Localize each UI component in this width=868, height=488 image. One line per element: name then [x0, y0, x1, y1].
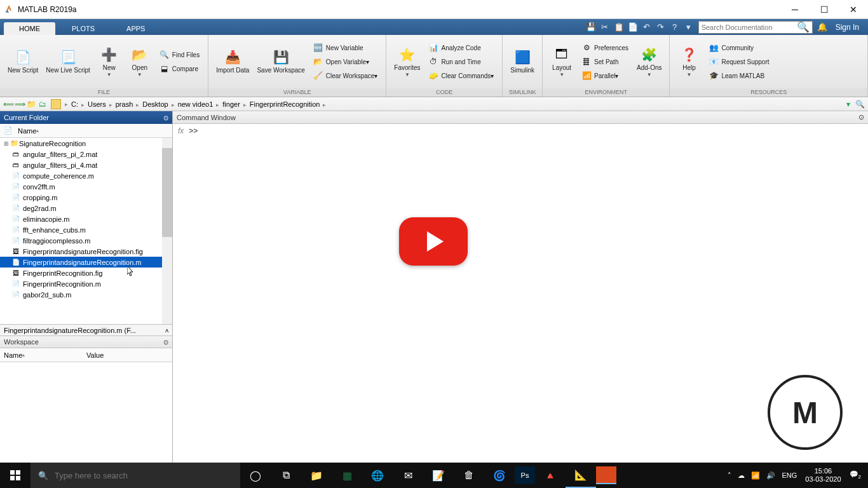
- doc-search[interactable]: 🔍: [698, 21, 813, 34]
- new-script-button[interactable]: 📄New Script: [4, 46, 42, 77]
- request-support-button[interactable]: 📧Request Support: [707, 55, 771, 68]
- current-folder-header[interactable]: Current Folder ⊙: [0, 111, 172, 124]
- file-detail-bar[interactable]: FingerprintandsignatureRecognition.m (F.…: [0, 324, 172, 336]
- learn-matlab-button[interactable]: 🎓Learn MATLAB: [707, 69, 771, 82]
- file-row[interactable]: 🗃angular_filters_pi_2.mat: [0, 149, 172, 159]
- file-row[interactable]: 📄FingerprintRecognition.m: [0, 278, 172, 289]
- chevron-up-icon[interactable]: ʌ: [165, 327, 168, 334]
- paste-icon[interactable]: 📄: [626, 20, 640, 34]
- workspace-columns[interactable]: Name ▴ Value: [0, 348, 172, 362]
- command-window-body[interactable]: fx>>: [173, 124, 868, 463]
- workspace-body[interactable]: [0, 362, 172, 463]
- tab-home[interactable]: HOME: [4, 22, 55, 35]
- redo-icon[interactable]: ↷: [654, 20, 668, 34]
- tab-plots[interactable]: PLOTS: [57, 22, 110, 35]
- favorites-button[interactable]: ⭐Favorites▼: [390, 44, 424, 80]
- new-variable-button[interactable]: 🆕New Variable: [311, 41, 380, 54]
- file-row[interactable]: 📄conv2fft.m: [0, 181, 172, 192]
- task-view-icon[interactable]: ⧉: [271, 463, 301, 488]
- file-row[interactable]: 🖼FingerprintRecognition.fig: [0, 268, 172, 278]
- set-path-button[interactable]: 🛤Set Path: [580, 55, 630, 68]
- new-live-script-button[interactable]: 📃New Live Script: [42, 46, 93, 77]
- scrollbar-thumb[interactable]: [162, 148, 172, 237]
- nav-back-icon[interactable]: ⟸: [3, 98, 14, 110]
- file-explorer-icon[interactable]: 📁: [301, 463, 332, 488]
- file-row[interactable]: 📄FingerprintandsignatureRecognition.m: [0, 257, 172, 268]
- search-icon[interactable]: 🔍: [797, 21, 810, 33]
- clear-commands-button[interactable]: 🧽Clear Commands ▾: [426, 69, 496, 82]
- nav-up-icon[interactable]: 📁: [25, 98, 37, 110]
- fx-icon[interactable]: fx: [178, 126, 184, 135]
- layout-button[interactable]: 🗔Layout▼: [546, 44, 577, 80]
- file-row[interactable]: 📄eliminacopie.m: [0, 214, 172, 224]
- save-workspace-button[interactable]: 💾Save Workspace: [253, 46, 308, 77]
- breadcrumb-item[interactable]: C:: [69, 100, 80, 108]
- doc-search-input[interactable]: [702, 24, 797, 31]
- simulink-button[interactable]: 🟦Simulink: [506, 46, 538, 77]
- compare-button[interactable]: ⬓Compare: [158, 62, 201, 75]
- maximize-button[interactable]: ☐: [810, 0, 839, 19]
- nav-forward-icon[interactable]: ⟹: [14, 98, 25, 110]
- bell-icon[interactable]: 🔔: [815, 20, 829, 34]
- workspace-header[interactable]: Workspace ⊙: [0, 336, 172, 348]
- cut-icon[interactable]: ✂: [598, 20, 612, 34]
- notifications-icon[interactable]: 💬2: [846, 470, 864, 480]
- scrollbar-track[interactable]: [162, 138, 172, 324]
- recorder-icon[interactable]: [596, 466, 616, 484]
- close-button[interactable]: ✕: [839, 0, 868, 19]
- chevron-down-icon[interactable]: ▾: [682, 20, 696, 34]
- panel-options-icon[interactable]: ⊙: [163, 114, 168, 121]
- address-search-icon[interactable]: 🔍: [854, 98, 865, 110]
- breadcrumb-item[interactable]: FingerprintRecognition: [248, 100, 322, 108]
- undo-icon[interactable]: ↶: [640, 20, 654, 34]
- copy-icon[interactable]: 📋: [612, 20, 626, 34]
- help-button[interactable]: ❓Help▼: [674, 44, 704, 80]
- start-button[interactable]: [0, 463, 31, 488]
- file-row[interactable]: 📄cropping.m: [0, 192, 172, 203]
- onedrive-icon[interactable]: ☁: [735, 471, 748, 480]
- app-icon[interactable]: 🌀: [484, 463, 515, 488]
- file-list-header[interactable]: 📄 Name ▴: [0, 124, 172, 138]
- address-dropdown-icon[interactable]: ▾: [843, 98, 854, 110]
- parallel-button[interactable]: 📶Parallel ▾: [580, 69, 630, 82]
- breadcrumb-item[interactable]: prash: [114, 100, 135, 108]
- new-button[interactable]: ➕New▼: [94, 44, 125, 80]
- file-row[interactable]: 📄gabor2d_sub.m: [0, 289, 172, 300]
- minimize-button[interactable]: ─: [780, 0, 810, 19]
- file-row[interactable]: 📄fft_enhance_cubs.m: [0, 224, 172, 235]
- volume-icon[interactable]: 🔊: [763, 471, 778, 480]
- file-row[interactable]: 🗃angular_filters_pi_4.mat: [0, 159, 172, 170]
- file-list[interactable]: ⊞📁SignatureRecognition🗃angular_filters_p…: [0, 138, 172, 324]
- tab-apps[interactable]: APPS: [111, 22, 160, 35]
- matlab-taskbar-icon[interactable]: 📐: [566, 463, 596, 488]
- breadcrumb[interactable]: C:▸Users▸prash▸Desktop▸new video1▸finger…: [69, 100, 327, 108]
- analyze-code-button[interactable]: 📊Analyze Code: [426, 41, 496, 54]
- tray-chevron-icon[interactable]: ˄: [724, 471, 735, 480]
- preferences-button[interactable]: ⚙Preferences: [580, 41, 630, 54]
- community-button[interactable]: 👥Community: [707, 41, 771, 54]
- mail-icon[interactable]: ✉: [393, 463, 423, 488]
- save-icon[interactable]: 💾: [584, 20, 598, 34]
- excel-icon[interactable]: ▦: [332, 463, 362, 488]
- open-variable-button[interactable]: 📂Open Variable ▾: [311, 55, 380, 68]
- folder-row[interactable]: ⊞📁SignatureRecognition: [0, 138, 172, 149]
- file-row[interactable]: 📄deg2rad.m: [0, 203, 172, 214]
- import-data-button[interactable]: 📥Import Data: [212, 46, 253, 77]
- notepad-icon[interactable]: 📝: [423, 463, 454, 488]
- wifi-icon[interactable]: 📶: [748, 471, 763, 480]
- nav-browse-icon[interactable]: 🗂: [37, 98, 48, 110]
- youtube-play-icon[interactable]: [399, 217, 468, 266]
- cortana-icon[interactable]: ◯: [240, 463, 271, 488]
- file-row[interactable]: 📄compute_coherence.m: [0, 170, 172, 181]
- recycle-icon[interactable]: 🗑: [454, 463, 484, 488]
- expand-icon[interactable]: ⊞: [3, 140, 10, 147]
- addons-button[interactable]: 🧩Add-Ons▼: [633, 44, 665, 80]
- help-icon[interactable]: ?: [668, 20, 682, 34]
- breadcrumb-item[interactable]: new video1: [176, 100, 215, 108]
- system-tray[interactable]: ˄ ☁ 📶 🔊 ENG 15:06 03-03-2020 💬2: [724, 467, 868, 484]
- clear-workspace-button[interactable]: 🧹Clear Workspace ▾: [311, 69, 380, 82]
- taskbar-search[interactable]: 🔍: [31, 463, 240, 488]
- chrome-icon[interactable]: 🌐: [362, 463, 393, 488]
- run-and-time-button[interactable]: ⏱Run and Time: [426, 55, 496, 68]
- file-row[interactable]: 📄filtraggiocomplesso.m: [0, 235, 172, 246]
